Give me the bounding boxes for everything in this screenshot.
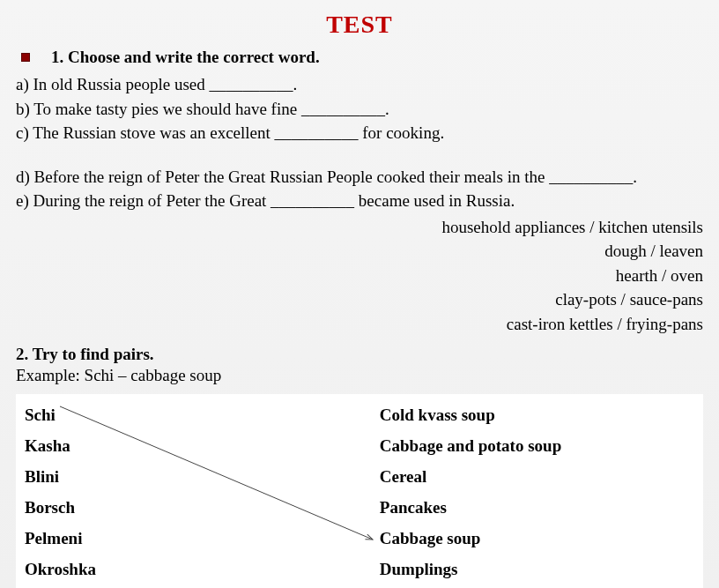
pair-right: Cereal: [380, 468, 694, 485]
q2-example: Example: Schi – cabbage soup: [16, 366, 703, 385]
page-title: TEST: [16, 11, 703, 39]
q1-item-a: a) In old Russia people used __________.: [16, 72, 703, 97]
q1-item-c: c) The Russian stove was an excellent __…: [16, 121, 703, 145]
pair-row: Kasha Cabbage and potato soup: [25, 430, 694, 461]
q1-item-e: e) During the reign of Peter the Great _…: [16, 189, 703, 213]
pair-right: Cold kvass soup: [380, 406, 694, 423]
pair-row: Schi Cold kvass soup: [25, 399, 694, 430]
q1-heading: 1. Choose and write the correct word.: [51, 48, 320, 67]
pair-left: Borsch: [25, 499, 380, 516]
pair-right: Dumplings: [380, 561, 694, 577]
pair-left: Pelmeni: [25, 530, 380, 547]
q1-option-5: cast-iron kettles / frying-pans: [16, 312, 703, 337]
pair-left: Blini: [25, 468, 380, 485]
q1-option-2: dough / leaven: [16, 239, 703, 264]
pairs-table: Schi Cold kvass soup Kasha Cabbage and p…: [16, 394, 703, 588]
q1-option-4: clay-pots / sauce-pans: [16, 287, 703, 312]
pair-right: Cabbage soup: [380, 530, 694, 547]
q1-option-1: household appliances / kitchen utensils: [16, 215, 703, 240]
slide: TEST 1. Choose and write the correct wor…: [0, 0, 719, 588]
q1-item-d: d) Before the reign of Peter the Great R…: [16, 165, 703, 190]
q1-heading-row: 1. Choose and write the correct word.: [16, 48, 703, 67]
q2-heading: 2. Try to find pairs.: [16, 345, 703, 364]
q1-options: household appliances / kitchen utensils …: [16, 215, 703, 337]
pair-right: Pancakes: [380, 499, 694, 516]
q1-item-b: b) To make tasty pies we should have fin…: [16, 97, 703, 122]
pair-left: Okroshka: [25, 561, 380, 577]
pair-left: Kasha: [25, 437, 380, 454]
pair-left: Schi: [25, 406, 380, 423]
pair-row: Pelmeni Cabbage soup: [25, 523, 694, 554]
bullet-square-icon: [21, 53, 30, 62]
pair-right: Cabbage and potato soup: [380, 437, 694, 454]
pair-row: Borsch Pancakes: [25, 492, 694, 523]
pair-row: Okroshka Dumplings: [25, 554, 694, 584]
q1-option-3: hearth / oven: [16, 264, 703, 288]
pair-row: Blini Cereal: [25, 461, 694, 492]
